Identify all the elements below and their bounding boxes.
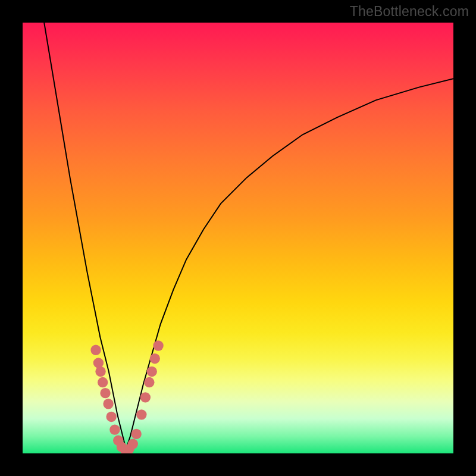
curve-left-curve: [44, 23, 126, 449]
marker-point: [98, 377, 108, 387]
marker-point: [144, 377, 154, 387]
marker-point: [140, 392, 151, 402]
marker-point: [106, 412, 116, 422]
chart-frame: TheBottleneck.com: [0, 0, 476, 476]
marker-point: [109, 424, 120, 434]
marker-point: [147, 367, 157, 377]
marker-point: [131, 429, 141, 439]
marker-point: [128, 439, 138, 449]
curve-right-curve: [126, 79, 453, 449]
watermark-text: TheBottleneck.com: [350, 4, 469, 20]
marker-point: [150, 353, 160, 364]
marker-point: [95, 367, 105, 377]
marker-point: [103, 399, 113, 409]
marker-group: [90, 340, 163, 453]
chart-svg: [23, 23, 453, 453]
marker-point: [100, 388, 110, 398]
marker-point: [93, 358, 104, 368]
marker-point: [90, 345, 101, 355]
marker-point: [153, 340, 163, 350]
marker-point: [136, 409, 146, 419]
plot-area: [23, 23, 453, 453]
